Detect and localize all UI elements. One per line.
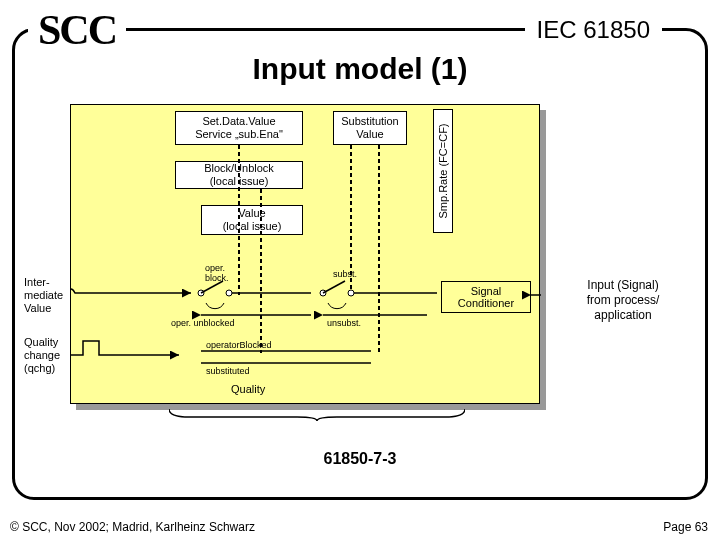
svg-line-11 [323,281,345,293]
label-intermediate-value: Inter- mediate Value [24,276,84,316]
label-quality: Quality [231,383,266,395]
standard-label: IEC 61850 [525,16,662,44]
label-unsubst: unsubst. [327,318,361,328]
label-block: block. [205,273,229,283]
page-number: Page 63 [663,520,708,534]
label-oper: oper. [205,263,225,273]
curly-bracket [169,407,465,419]
logo-scc: SCC [28,6,126,54]
svg-point-7 [226,290,232,296]
clause-reference: 61850-7-3 [0,450,720,468]
slide-title: Input model (1) [0,52,720,86]
label-subst: subst. [333,269,357,279]
diagram-wiring: oper. block. oper. unblocked subst. unsu… [71,105,541,405]
label-operatorblocked: operatorBlocked [206,340,272,350]
diagram-panel: Set.Data.Value Service „sub.Ena" Substit… [70,104,540,404]
copyright: © SCC, Nov 2002; Madrid, Karlheinz Schwa… [10,520,255,534]
label-quality-change: Quality change (qchg) [24,336,80,376]
svg-point-12 [348,290,354,296]
label-oper-unblocked: oper. unblocked [171,318,235,328]
label-substituted: substituted [206,366,250,376]
label-input-from-process: Input (Signal) from process/ application [568,278,678,323]
